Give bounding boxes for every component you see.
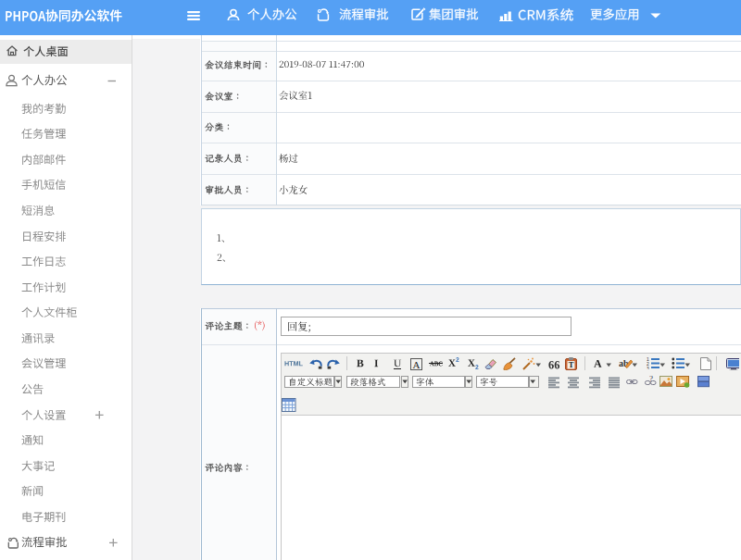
svg-text:A: A bbox=[413, 358, 421, 369]
svg-text:T: T bbox=[569, 360, 574, 369]
svg-text:3: 3 bbox=[647, 366, 649, 370]
svg-text:?: ? bbox=[649, 375, 653, 383]
